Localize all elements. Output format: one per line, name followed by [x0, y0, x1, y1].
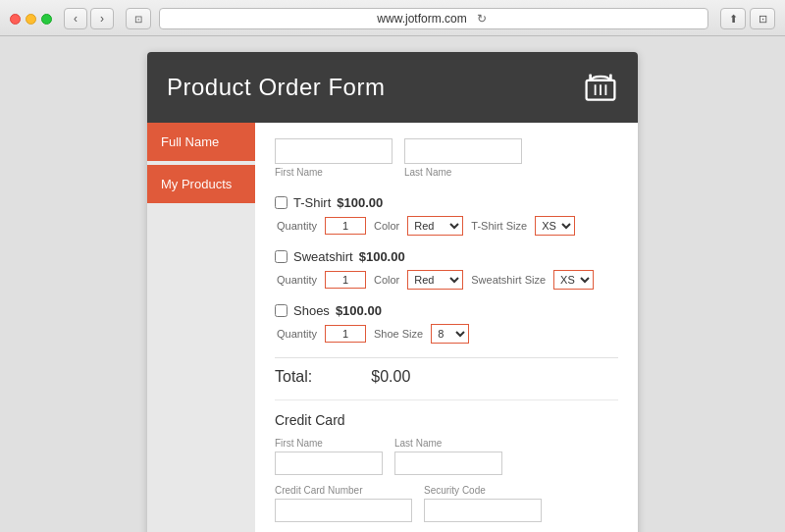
sidebar: Full Name My Products: [147, 123, 255, 532]
first-name-label: First Name: [275, 167, 392, 178]
name-section: First Name Last Name: [275, 138, 618, 178]
close-button[interactable]: [10, 14, 21, 25]
cc-security-field: Security Code: [424, 485, 542, 522]
form-content: First Name Last Name T-Shirt $100.00: [255, 123, 638, 532]
cc-security-label: Security Code: [424, 485, 542, 496]
product-tshirt-price: $100.00: [337, 195, 383, 210]
cc-number-input[interactable]: [275, 499, 412, 522]
color-select-sweatshirt[interactable]: Red Blue Green White Black: [407, 270, 463, 290]
first-name-input[interactable]: [275, 138, 392, 164]
product-tshirt-checkbox[interactable]: [275, 196, 288, 209]
size-select-sweatshirt[interactable]: XS S M L XL: [553, 270, 594, 290]
cc-name-row: First Name Last Name: [275, 438, 618, 475]
size-label-sweatshirt: Sweatshirt Size: [471, 274, 546, 286]
size-label-tshirt: T-Shirt Size: [471, 220, 527, 232]
color-label-tshirt: Color: [374, 220, 399, 232]
url-text: www.jotform.com: [377, 12, 466, 26]
sidebar-item-fullname[interactable]: Full Name: [147, 123, 255, 161]
qty-input-sweatshirt[interactable]: [325, 271, 366, 289]
first-name-field: First Name: [275, 138, 392, 178]
cc-number-row: Credit Card Number Security Code: [275, 485, 618, 522]
minimize-button[interactable]: [26, 14, 36, 25]
last-name-field: Last Name: [404, 138, 522, 178]
product-sweatshirt-header: Sweatshirt $100.00: [275, 249, 618, 264]
cc-number-field: Credit Card Number: [275, 485, 412, 522]
form-body: Full Name My Products First Name Last N: [147, 123, 638, 532]
product-tshirt-name: T-Shirt: [293, 195, 331, 210]
share-button[interactable]: ⬆: [720, 8, 746, 29]
product-shoes-header: Shoes $100.00: [275, 303, 618, 318]
credit-card-section: Credit Card First Name Last Name: [275, 399, 618, 532]
color-label-sweatshirt: Color: [374, 274, 399, 286]
new-tab-button[interactable]: ⊡: [750, 8, 775, 29]
total-label: Total:: [275, 368, 312, 386]
svg-rect-6: [609, 75, 612, 80]
size-select-tshirt[interactable]: XS S M L XL: [535, 216, 575, 236]
product-shoes-price: $100.00: [336, 303, 382, 318]
product-shoes-checkbox[interactable]: [275, 304, 288, 317]
cc-number-label: Credit Card Number: [275, 485, 412, 496]
product-sweatshirt: Sweatshirt $100.00 Quantity Color Red Bl…: [275, 249, 618, 290]
browser-actions: ⬆ ⊡: [720, 8, 775, 29]
maximize-button[interactable]: [41, 14, 52, 25]
address-bar[interactable]: www.jotform.com ↻: [159, 8, 708, 29]
form-container: Product Order Form Full Name My Prod: [147, 52, 638, 532]
total-section: Total: $0.00: [275, 357, 618, 386]
form-header: Product Order Form: [147, 52, 638, 123]
tab-button[interactable]: ⊡: [126, 8, 151, 29]
traffic-lights: [10, 14, 52, 25]
product-tshirt: T-Shirt $100.00 Quantity Color Red Blue …: [275, 195, 618, 236]
last-name-input[interactable]: [404, 138, 522, 164]
product-sweatshirt-price: $100.00: [359, 249, 405, 264]
size-label-shoes: Shoe Size: [374, 328, 423, 340]
cc-last-name-field: Last Name: [394, 438, 502, 475]
product-sweatshirt-checkbox[interactable]: [275, 250, 288, 263]
cart-icon: [583, 70, 618, 105]
product-sweatshirt-options: Quantity Color Red Blue Green White Blac…: [277, 270, 618, 290]
back-button[interactable]: ‹: [64, 8, 87, 29]
product-shoes: Shoes $100.00 Quantity Shoe Size 6 7 8 9…: [275, 303, 618, 344]
product-tshirt-options: Quantity Color Red Blue Green White Blac…: [277, 216, 618, 236]
qty-input-tshirt[interactable]: [325, 217, 366, 235]
cc-security-input[interactable]: [424, 499, 542, 522]
cc-first-name-field: First Name: [275, 438, 383, 475]
qty-input-shoes[interactable]: [325, 325, 366, 343]
cc-last-name-input[interactable]: [394, 452, 502, 475]
qty-label-tshirt: Quantity: [277, 220, 317, 232]
total-amount: $0.00: [371, 368, 410, 386]
last-name-label: Last Name: [404, 167, 522, 178]
cc-last-name-label: Last Name: [394, 438, 502, 449]
browser-chrome: ‹ › ⊡ www.jotform.com ↻ ⬆ ⊡: [0, 0, 785, 36]
color-select-tshirt[interactable]: Red Blue Green White Black: [407, 216, 463, 236]
cc-first-name-input[interactable]: [275, 452, 383, 475]
browser-body: Product Order Form Full Name My Prod: [0, 36, 785, 532]
svg-rect-5: [589, 75, 592, 80]
forward-button[interactable]: ›: [90, 8, 114, 29]
qty-label-sweatshirt: Quantity: [277, 274, 317, 286]
reload-button[interactable]: ↻: [477, 12, 491, 26]
form-title: Product Order Form: [167, 74, 385, 101]
size-select-shoes[interactable]: 6 7 8 9 10 11 12: [431, 324, 469, 344]
product-shoes-name: Shoes: [293, 303, 330, 318]
product-tshirt-header: T-Shirt $100.00: [275, 195, 618, 210]
sidebar-item-myproducts[interactable]: My Products: [147, 165, 255, 203]
qty-label-shoes: Quantity: [277, 328, 317, 340]
nav-buttons: ‹ ›: [64, 8, 114, 29]
product-sweatshirt-name: Sweatshirt: [293, 249, 353, 264]
credit-card-title: Credit Card: [275, 412, 618, 428]
product-shoes-options: Quantity Shoe Size 6 7 8 9 10 11 12: [277, 324, 618, 344]
cc-first-name-label: First Name: [275, 438, 383, 449]
